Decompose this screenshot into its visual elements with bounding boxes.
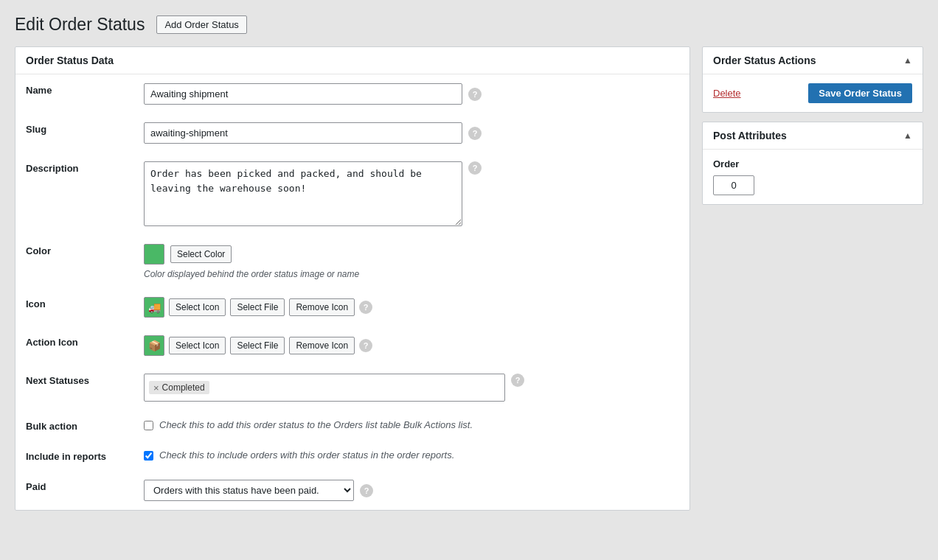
color-section: Select Color Color displayed behind the … (144, 244, 679, 279)
paid-section: Orders with this status have been paid. … (144, 480, 679, 501)
action-icon-select-button[interactable]: Select Icon (169, 337, 226, 354)
icon-label: Icon (15, 288, 133, 326)
bulk-action-label: Bulk action (15, 410, 133, 441)
description-help-icon: ? (468, 161, 482, 175)
slug-input[interactable] (144, 122, 462, 144)
select-color-button[interactable]: Select Color (170, 245, 232, 263)
name-label: Name (15, 74, 133, 113)
slug-row: Slug ? (15, 113, 689, 153)
order-input[interactable] (713, 175, 754, 195)
description-row: Description ? (15, 153, 689, 235)
color-hint: Color displayed behind the order status … (144, 269, 679, 279)
color-row: Color Select Color Color displayed behin… (15, 235, 689, 288)
description-label: Description (15, 153, 133, 235)
page-title: Edit Order Status (15, 15, 145, 35)
action-icon-controls: 📦 Select Icon Select File Remove Icon ? (144, 335, 679, 356)
bulk-action-row: Bulk action Check this to add this order… (15, 410, 689, 441)
actions-row: Delete Save Order Status (713, 83, 912, 103)
order-label: Order (713, 158, 912, 169)
action-icon-help-icon: ? (359, 339, 372, 352)
tag-remove-icon[interactable]: × (153, 383, 159, 393)
icon-file-button[interactable]: Select File (230, 298, 285, 316)
icon-help-icon: ? (359, 301, 372, 314)
bulk-action-checkbox[interactable] (144, 421, 153, 430)
tag-label: Completed (162, 382, 205, 393)
name-help-icon: ? (468, 88, 482, 101)
icon-controls: 🚚 Select Icon Select File Remove Icon ? (144, 297, 679, 318)
actions-panel-title: Order Status Actions (713, 55, 816, 66)
slug-help-icon: ? (468, 127, 482, 140)
attributes-panel-title: Post Attributes (713, 130, 787, 141)
paid-select[interactable]: Orders with this status have been paid. … (144, 480, 354, 501)
next-statuses-help-icon: ? (511, 374, 524, 387)
sidebar: Order Status Actions ▲ Delete Save Order… (702, 46, 923, 205)
action-icon-preview: 📦 (144, 335, 164, 356)
paid-help-icon: ? (360, 484, 373, 497)
name-row: Name ? (15, 74, 689, 113)
include-reports-checkbox[interactable] (144, 451, 153, 461)
slug-label: Slug (15, 113, 133, 153)
bulk-action-text: Check this to add this order status to t… (159, 419, 473, 430)
attributes-panel-header: Post Attributes ▲ (703, 122, 923, 150)
actions-collapse-icon[interactable]: ▲ (903, 55, 912, 66)
main-panel: Order Status Data Name ? Slug ? (15, 46, 690, 511)
bulk-action-checkbox-row: Check this to add this order status to t… (144, 419, 679, 430)
include-reports-label: Include in reports (15, 441, 133, 471)
actions-panel-body: Delete Save Order Status (703, 74, 923, 112)
icon-select-button[interactable]: Select Icon (169, 298, 226, 316)
add-order-status-button[interactable]: Add Order Status (156, 15, 246, 34)
include-reports-text: Check this to include orders with this o… (159, 449, 454, 461)
paid-label: Paid (15, 471, 133, 510)
next-statuses-label: Next Statuses (15, 365, 133, 410)
name-input[interactable] (144, 83, 462, 105)
icon-remove-button[interactable]: Remove Icon (289, 298, 355, 316)
next-statuses-input[interactable]: × Completed (144, 374, 505, 402)
actions-panel-header: Order Status Actions ▲ (703, 47, 923, 74)
truck-icon: 🚚 (148, 301, 161, 313)
color-label: Color (15, 235, 133, 288)
box-icon: 📦 (148, 340, 161, 351)
save-order-status-button[interactable]: Save Order Status (808, 83, 912, 103)
include-reports-checkbox-row: Check this to include orders with this o… (144, 449, 679, 461)
delete-button[interactable]: Delete (713, 88, 741, 99)
icon-row: Icon 🚚 Select Icon Select File Remove Ic… (15, 288, 689, 326)
paid-row: Paid Orders with this status have been p… (15, 471, 689, 510)
form-table: Name ? Slug ? (15, 74, 689, 510)
include-reports-row: Include in reports Check this to include… (15, 441, 689, 471)
action-icon-file-button[interactable]: Select File (230, 337, 285, 354)
icon-preview: 🚚 (144, 297, 164, 318)
color-swatch[interactable] (144, 244, 164, 265)
attributes-panel: Post Attributes ▲ Order (702, 122, 923, 205)
action-icon-remove-button[interactable]: Remove Icon (289, 337, 355, 354)
action-icon-label: Action Icon (15, 326, 133, 365)
attributes-collapse-icon[interactable]: ▲ (903, 130, 912, 141)
next-statuses-wrap: × Completed ? (144, 374, 679, 402)
actions-panel: Order Status Actions ▲ Delete Save Order… (702, 46, 923, 113)
attributes-panel-body: Order (703, 150, 923, 204)
main-panel-header: Order Status Data (15, 47, 689, 74)
completed-tag[interactable]: × Completed (149, 381, 209, 394)
description-input[interactable] (144, 161, 462, 226)
next-statuses-row: Next Statuses × Completed ? (15, 365, 689, 410)
action-icon-row: Action Icon 📦 Select Icon Select File Re… (15, 326, 689, 365)
